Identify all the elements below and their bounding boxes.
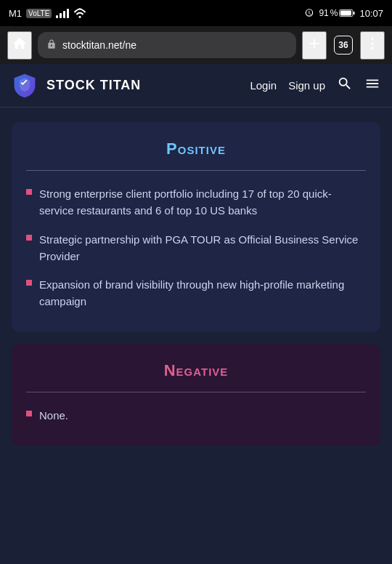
time-display: 10:07 xyxy=(359,8,383,19)
negative-title: Negative xyxy=(26,361,366,380)
negative-bullet-list: None. xyxy=(26,407,366,424)
dots-icon xyxy=(364,36,380,52)
url-bar[interactable]: stocktitan.net/ne xyxy=(38,32,296,58)
bullet-icon xyxy=(26,280,32,286)
hamburger-icon xyxy=(364,76,380,92)
svg-rect-2 xyxy=(340,11,351,16)
url-text: stocktitan.net/ne xyxy=(62,39,287,51)
status-bar: M1 VoLTE 91 % 10:07 xyxy=(0,0,392,26)
svg-point-6 xyxy=(371,47,374,49)
new-tab-button[interactable] xyxy=(302,31,327,60)
login-link[interactable]: Login xyxy=(250,79,277,92)
search-icon xyxy=(337,76,353,92)
wifi-icon xyxy=(73,8,86,18)
negative-divider xyxy=(26,392,366,392)
positive-bullet-2: Strategic partnership with PGA TOUR as O… xyxy=(39,231,366,265)
list-item: Strong enterprise client portfolio inclu… xyxy=(26,185,366,219)
positive-bullet-1: Strong enterprise client portfolio inclu… xyxy=(39,185,366,219)
main-content: Positive Strong enterprise client portfo… xyxy=(0,108,392,564)
site-header: STOCK TITAN Login Sign up xyxy=(0,64,392,108)
browser-bar: stocktitan.net/ne 36 xyxy=(0,26,392,64)
alarm-icon xyxy=(304,8,314,18)
list-item: Strategic partnership with PGA TOUR as O… xyxy=(26,231,366,265)
bullet-icon xyxy=(26,235,32,241)
more-options-button[interactable] xyxy=(360,31,385,60)
logo-icon xyxy=(12,73,38,99)
positive-bullet-list: Strong enterprise client portfolio inclu… xyxy=(26,185,366,310)
url-security-icon xyxy=(46,39,57,52)
list-item: Expansion of brand visibility through ne… xyxy=(26,276,366,310)
positive-section: Positive Strong enterprise client portfo… xyxy=(12,122,380,332)
svg-point-4 xyxy=(371,37,374,40)
signal-icon xyxy=(56,8,69,18)
volte-badge: VoLTE xyxy=(26,9,52,18)
home-button[interactable] xyxy=(7,31,32,60)
lock-icon xyxy=(46,39,57,49)
negative-bullet-1: None. xyxy=(39,407,68,424)
bullet-icon xyxy=(26,411,32,416)
battery-percent: 91 xyxy=(319,8,328,18)
header-nav: Login Sign up xyxy=(250,76,380,95)
search-button[interactable] xyxy=(337,76,353,95)
carrier-text: M1 xyxy=(9,8,22,19)
browser-actions: 36 xyxy=(302,31,385,60)
signup-link[interactable]: Sign up xyxy=(288,79,325,92)
positive-divider xyxy=(26,170,366,171)
plus-icon xyxy=(306,36,322,52)
positive-bullet-3: Expansion of brand visibility through ne… xyxy=(39,276,366,310)
tabs-count-badge[interactable]: 36 xyxy=(334,36,353,55)
home-icon xyxy=(12,36,28,52)
svg-point-5 xyxy=(371,42,374,45)
site-logo-text: STOCK TITAN xyxy=(46,78,241,93)
list-item: None. xyxy=(26,407,366,424)
svg-rect-3 xyxy=(354,12,355,15)
bullet-icon xyxy=(26,189,32,195)
battery-icon: 91 % xyxy=(319,8,355,18)
negative-section: Negative None. xyxy=(12,344,380,446)
status-left: M1 VoLTE xyxy=(9,8,86,19)
battery-shape xyxy=(339,9,355,17)
status-right: 91 % 10:07 xyxy=(304,8,383,19)
svg-point-0 xyxy=(79,16,81,18)
menu-button[interactable] xyxy=(364,76,380,95)
positive-title: Positive xyxy=(26,140,366,158)
